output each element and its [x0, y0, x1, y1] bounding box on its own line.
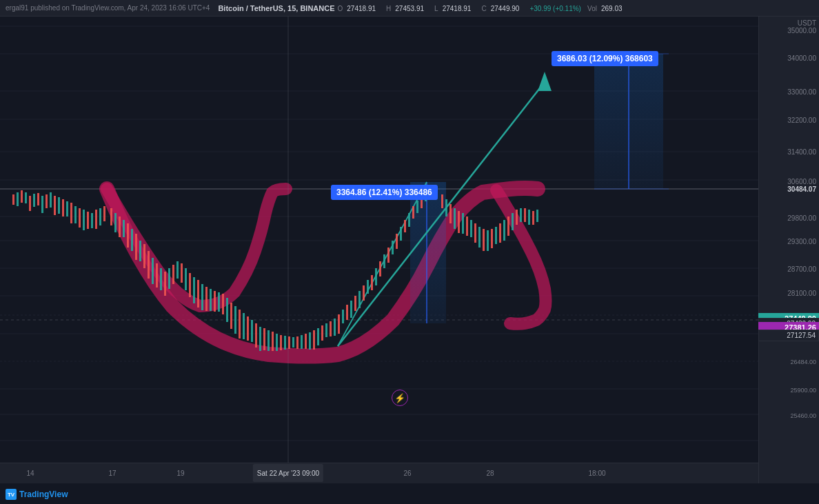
open-label: O: [338, 5, 343, 12]
svg-rect-61: [152, 258, 154, 284]
svg-rect-102: [321, 325, 323, 341]
svg-rect-55: [127, 223, 129, 248]
svg-rect-48: [95, 210, 97, 229]
svg-rect-33: [33, 194, 35, 207]
x-axis-bar: 14 17 19 24 26 28 18:00 Sat 22 Apr '23 0…: [0, 463, 758, 483]
svg-rect-40: [62, 199, 64, 216]
svg-rect-82: [239, 310, 241, 339]
svg-rect-111: [358, 291, 361, 308]
price-32200: 32200.00: [787, 117, 816, 124]
publish-info: ergal91 published on TradingView.com, Ap…: [6, 4, 210, 12]
svg-rect-151: [536, 210, 538, 222]
vol-val: 269.03: [601, 5, 623, 12]
svg-rect-145: [512, 213, 514, 230]
svg-rect-135: [470, 220, 472, 237]
svg-rect-66: [172, 265, 174, 284]
x-label-1800: 18:00: [588, 463, 605, 483]
svg-rect-117: [383, 254, 385, 268]
svg-rect-125: [416, 201, 418, 213]
svg-rect-87: [259, 327, 261, 351]
svg-rect-149: [528, 210, 530, 225]
svg-rect-46: [87, 212, 89, 229]
ohlc-bar: O27418.91 H27453.91 L27418.91 C27449.90 …: [338, 4, 631, 12]
x-label-14: 14: [26, 463, 34, 483]
svg-rect-36: [46, 194, 48, 208]
svg-rect-98: [305, 334, 307, 349]
price-35000: 35000.00: [787, 27, 816, 34]
svg-rect-49: [99, 208, 101, 225]
svg-rect-116: [379, 261, 381, 276]
svg-rect-106: [338, 314, 340, 334]
svg-rect-122: [404, 220, 406, 232]
high-val: 27453.91: [395, 5, 424, 12]
chart-area[interactable]: ⚡ 3364.86 (12.41%) 336486 3686.03 (12.09…: [0, 17, 758, 483]
svg-rect-95: [292, 337, 294, 347]
svg-rect-81: [234, 306, 236, 334]
x-label-highlighted: Sat 22 Apr '23 09:00: [253, 464, 323, 482]
svg-rect-50: [103, 206, 105, 221]
measurement-tooltip-2: 3686.03 (12.09%) 368603: [552, 51, 658, 66]
svg-rect-78: [222, 294, 224, 314]
usdt-label: USDT: [798, 19, 816, 27]
svg-rect-147: [520, 208, 522, 222]
svg-rect-123: [408, 213, 410, 227]
svg-rect-142: [499, 223, 501, 243]
measurement-tooltip-1: 3364.86 (12.41%) 336486: [331, 185, 438, 200]
svg-rect-129: [445, 199, 447, 216]
price-25460: 25460.00: [790, 412, 816, 419]
svg-rect-108: [346, 305, 348, 320]
svg-rect-68: [181, 263, 183, 283]
svg-rect-105: [334, 319, 336, 336]
price-25900: 25900.00: [790, 387, 816, 394]
price-28700: 28700.00: [787, 265, 816, 272]
svg-rect-121: [400, 227, 402, 241]
svg-rect-143: [503, 220, 505, 241]
svg-rect-71: [193, 277, 195, 303]
svg-rect-58: [139, 241, 141, 261]
svg-rect-28: [12, 194, 14, 205]
y-axis: USDT 35000.00 34000.00 33000.00 32200.00…: [758, 17, 819, 483]
svg-rect-85: [251, 320, 253, 342]
price-31400: 31400.00: [787, 148, 816, 156]
lightning-indicator: ⚡: [392, 390, 408, 406]
price-30484: 30484.07: [787, 185, 816, 193]
svg-rect-74: [205, 287, 208, 311]
svg-rect-132: [458, 211, 460, 233]
svg-rect-110: [354, 296, 356, 311]
svg-rect-57: [135, 234, 137, 260]
svg-rect-90: [272, 332, 274, 351]
svg-rect-94: [288, 336, 290, 349]
price-29800: 29800.00: [787, 214, 816, 221]
svg-rect-37: [50, 192, 52, 208]
svg-rect-52: [114, 213, 117, 232]
svg-rect-113: [367, 280, 369, 294]
svg-rect-64: [164, 272, 166, 296]
svg-rect-120: [396, 234, 398, 249]
svg-rect-107: [342, 310, 344, 323]
svg-rect-31: [25, 192, 27, 203]
price-34000: 34000.00: [787, 54, 816, 61]
svg-rect-104: [330, 321, 332, 336]
svg-rect-88: [263, 328, 265, 350]
svg-rect-80: [230, 303, 232, 329]
svg-rect-39: [58, 197, 60, 214]
svg-rect-124: [412, 206, 414, 219]
price-29300: 29300.00: [787, 237, 816, 245]
price-28100: 28100.00: [787, 289, 816, 296]
svg-rect-45: [83, 210, 85, 230]
svg-rect-112: [363, 285, 365, 301]
svg-rect-53: [119, 216, 121, 237]
price-33000: 33000.00: [787, 88, 816, 95]
svg-rect-59: [143, 244, 145, 268]
chart-svg: [0, 17, 758, 483]
svg-rect-47: [91, 213, 93, 228]
svg-rect-54: [123, 220, 125, 237]
svg-marker-26: [538, 72, 552, 91]
svg-rect-131: [454, 208, 456, 229]
svg-rect-63: [160, 268, 162, 290]
svg-rect-118: [387, 248, 390, 263]
svg-rect-75: [210, 289, 212, 311]
svg-rect-140: [491, 229, 493, 248]
svg-rect-73: [201, 284, 203, 310]
svg-rect-133: [462, 213, 464, 234]
